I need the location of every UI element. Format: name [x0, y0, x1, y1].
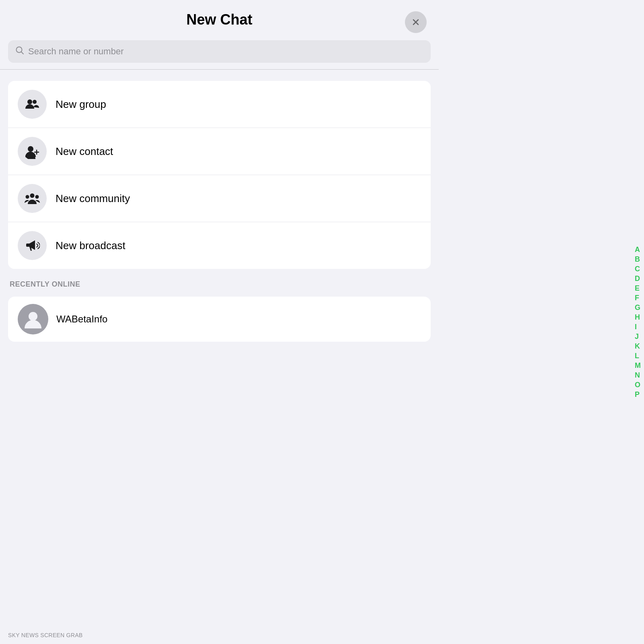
header: New Chat: [0, 0, 439, 36]
broadcast-icon: [25, 238, 40, 253]
svg-point-4: [28, 146, 33, 152]
new-broadcast-label: New broadcast: [56, 239, 125, 252]
new-group-icon-circle: [18, 90, 47, 119]
new-group-label: New group: [56, 98, 106, 111]
new-contact-item[interactable]: New contact: [8, 128, 431, 175]
avatar: [18, 304, 48, 334]
svg-point-8: [30, 194, 35, 198]
group-icon: [25, 97, 40, 112]
search-bar[interactable]: [8, 40, 431, 63]
new-contact-icon-circle: [18, 137, 47, 166]
new-community-icon-circle: [18, 184, 47, 213]
new-community-label: New community: [56, 192, 130, 205]
svg-point-10: [29, 312, 37, 321]
new-broadcast-icon-circle: [18, 231, 47, 260]
top-divider: [0, 69, 439, 70]
new-broadcast-item[interactable]: New broadcast: [8, 222, 431, 269]
search-icon: [15, 46, 24, 57]
search-container: [0, 36, 439, 69]
new-group-item[interactable]: New group: [8, 81, 431, 128]
page-title: New Chat: [186, 11, 252, 28]
svg-point-2: [27, 99, 32, 104]
contact-name: WABetaInfo: [56, 314, 107, 325]
search-input[interactable]: [28, 46, 423, 57]
person-avatar-icon: [22, 308, 44, 330]
svg-point-7: [26, 195, 29, 199]
options-card: New group New contact: [8, 81, 431, 269]
svg-point-3: [33, 100, 37, 104]
svg-line-1: [21, 52, 24, 54]
close-button[interactable]: [405, 11, 427, 33]
new-community-item[interactable]: New community: [8, 175, 431, 222]
community-icon: [25, 191, 40, 206]
svg-point-9: [35, 195, 39, 199]
new-contact-label: New contact: [56, 145, 113, 158]
recently-online-section: RECENTLY ONLINE: [0, 269, 439, 293]
contacts-card: WABetaInfo: [8, 297, 431, 342]
contact-item[interactable]: WABetaInfo: [8, 297, 431, 342]
recently-online-title: RECENTLY ONLINE: [10, 280, 80, 288]
add-person-icon: [25, 144, 40, 159]
